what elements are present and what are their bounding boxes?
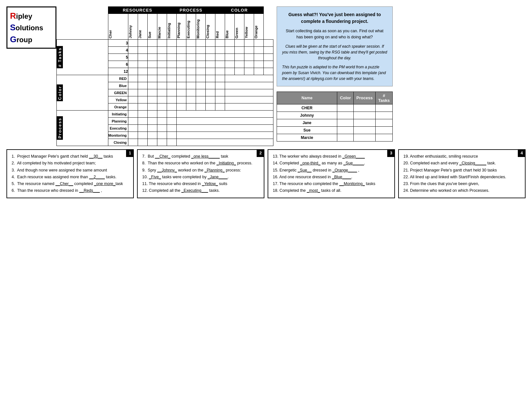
d-t12-green[interactable]: [244, 68, 254, 75]
summary-tasks-sue[interactable]: [375, 126, 392, 134]
d-pe-marcie[interactable]: [167, 125, 176, 132]
d-t5-red[interactable]: [225, 54, 234, 61]
d-t4-jane[interactable]: [147, 47, 157, 54]
d-pcl-johnny[interactable]: [138, 139, 147, 146]
d-cb-sue[interactable]: [157, 82, 167, 89]
d-t6-red[interactable]: [225, 61, 234, 68]
d-t3-marcie[interactable]: [167, 40, 176, 47]
d-t6-blue[interactable]: [234, 61, 244, 68]
d-t4-green[interactable]: [244, 47, 254, 54]
d-t5-marcie[interactable]: [167, 54, 176, 61]
d-t12-cher[interactable]: [128, 68, 138, 75]
d-t5-clos[interactable]: [215, 54, 225, 61]
d-t12-clos[interactable]: [215, 68, 225, 75]
d-t6-orange[interactable]: [263, 61, 273, 68]
d-t5-cher[interactable]: [128, 54, 138, 61]
d-cy-sue[interactable]: [157, 96, 167, 103]
d-t6-mon[interactable]: [205, 61, 215, 68]
d-cr-johnny[interactable]: [138, 75, 147, 82]
d-t3-johnny[interactable]: [138, 40, 147, 47]
d-pe-sue[interactable]: [157, 125, 167, 132]
d-cb-cher[interactable]: [128, 82, 138, 89]
d-t3-init[interactable]: [176, 40, 186, 47]
d-cy-clos[interactable]: [215, 96, 225, 103]
d-cr-cher[interactable]: [128, 75, 138, 82]
d-co-jane[interactable]: [147, 103, 157, 111]
d-pe-cher[interactable]: [128, 125, 138, 132]
d-t3-yellow[interactable]: [254, 40, 263, 47]
d-t12-yellow[interactable]: [254, 68, 263, 75]
d-t3-sue[interactable]: [157, 40, 167, 47]
d-cr-marcie[interactable]: [167, 75, 176, 82]
d-t4-sue[interactable]: [157, 47, 167, 54]
d-t5-blue[interactable]: [234, 54, 244, 61]
d-t4-orange[interactable]: [263, 47, 273, 54]
d-t12-orange[interactable]: [263, 68, 273, 75]
d-cb-mon[interactable]: [205, 82, 215, 89]
d-t6-init[interactable]: [176, 61, 186, 68]
d-pp-sue[interactable]: [157, 118, 167, 125]
d-t12-sue[interactable]: [157, 68, 167, 75]
d-t6-yellow[interactable]: [254, 61, 263, 68]
d-t3-plan[interactable]: [186, 40, 196, 47]
d-t4-mon[interactable]: [205, 47, 215, 54]
d-t5-johnny[interactable]: [138, 54, 147, 61]
summary-process-sue[interactable]: [354, 126, 376, 134]
d-cb-plan[interactable]: [186, 82, 196, 89]
d-t6-johnny[interactable]: [138, 61, 147, 68]
d-t4-cher[interactable]: [128, 47, 138, 54]
d-cg-plan[interactable]: [186, 89, 196, 96]
d-t3-red[interactable]: [225, 40, 234, 47]
d-t3-mon[interactable]: [205, 40, 215, 47]
d-t5-yellow[interactable]: [254, 54, 263, 61]
d-t5-orange[interactable]: [263, 54, 273, 61]
d-pp-marcie[interactable]: [167, 118, 176, 125]
d-t6-green[interactable]: [244, 61, 254, 68]
d-t5-mon[interactable]: [205, 54, 215, 61]
d-t12-johnny[interactable]: [138, 68, 147, 75]
d-co-johnny[interactable]: [138, 103, 147, 111]
d-t12-jane[interactable]: [147, 68, 157, 75]
d-t5-sue[interactable]: [157, 54, 167, 61]
d-cb-clos[interactable]: [215, 82, 225, 89]
d-pp-cher[interactable]: [128, 118, 138, 125]
d-cg-johnny[interactable]: [138, 89, 147, 96]
d-t12-red[interactable]: [225, 68, 234, 75]
summary-process-cher[interactable]: [354, 104, 376, 112]
d-cy-marcie[interactable]: [167, 96, 176, 103]
d-t5-jane[interactable]: [147, 54, 157, 61]
d-t12-blue[interactable]: [234, 68, 244, 75]
d-co-clos[interactable]: [215, 103, 225, 111]
d-cb-jane[interactable]: [147, 82, 157, 89]
d-co-exec[interactable]: [196, 103, 205, 111]
d-pi-cher[interactable]: [128, 111, 138, 118]
d-pm-marcie[interactable]: [167, 132, 176, 139]
d-t5-green[interactable]: [244, 54, 254, 61]
d-t3-green[interactable]: [244, 40, 254, 47]
d-t3-orange[interactable]: [263, 40, 273, 47]
d-cb-init[interactable]: [176, 82, 186, 89]
d-t3-blue[interactable]: [234, 40, 244, 47]
summary-process-marcie[interactable]: [354, 134, 376, 141]
d-pm-johnny[interactable]: [138, 132, 147, 139]
d-cy-cher[interactable]: [128, 96, 138, 103]
d-pi-jane[interactable]: [147, 111, 157, 118]
d-t4-clos[interactable]: [215, 47, 225, 54]
d-pe-johnny[interactable]: [138, 125, 147, 132]
d-cr-mon[interactable]: [205, 75, 215, 82]
d-t6-clos[interactable]: [215, 61, 225, 68]
d-pi-johnny[interactable]: [138, 111, 147, 118]
summary-tasks-johnny[interactable]: [375, 112, 392, 119]
d-pcl-sue[interactable]: [157, 139, 167, 146]
summary-color-marcie[interactable]: [337, 134, 354, 141]
d-cy-plan[interactable]: [186, 96, 196, 103]
d-t4-plan[interactable]: [186, 47, 196, 54]
d-pi-sue[interactable]: [157, 111, 167, 118]
d-pm-cher[interactable]: [128, 132, 138, 139]
d-cr-exec[interactable]: [196, 75, 205, 82]
d-co-mon[interactable]: [205, 103, 215, 111]
d-t12-init[interactable]: [176, 68, 186, 75]
summary-color-johnny[interactable]: [337, 112, 354, 119]
d-t12-marcie[interactable]: [167, 68, 176, 75]
d-cr-plan[interactable]: [186, 75, 196, 82]
